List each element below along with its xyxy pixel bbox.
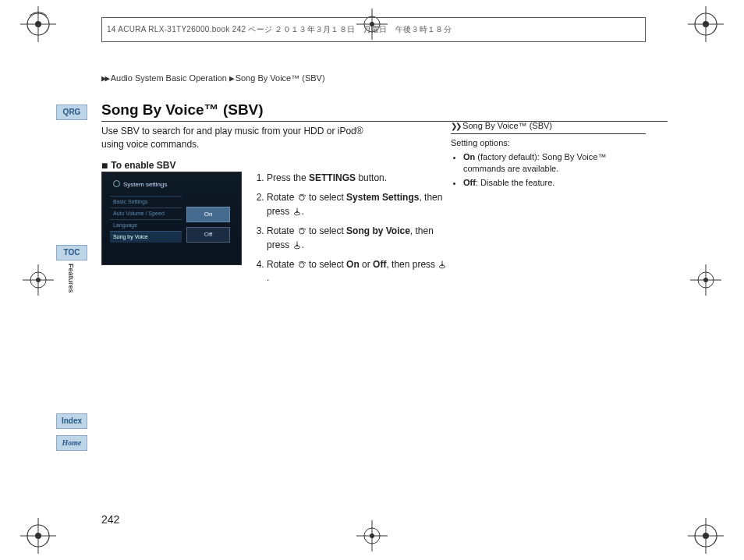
instruction-step: Press the SETTINGS button. bbox=[267, 172, 448, 185]
instruction-step: Rotate to select On or Off, then press . bbox=[267, 258, 448, 285]
svg-point-1 bbox=[35, 21, 41, 27]
page-title-row: Song By Voice™ (SBV) bbox=[101, 101, 668, 122]
svg-point-32 bbox=[299, 196, 304, 200]
push-button-icon bbox=[292, 240, 302, 250]
screenshot-menu: Basic Settings Auto Volume / Speed Langu… bbox=[110, 196, 182, 243]
screenshot-menu-item: Language bbox=[110, 219, 182, 231]
svg-point-4 bbox=[695, 13, 717, 35]
crop-mark-icon bbox=[686, 5, 725, 44]
side-info-title: ❯❯ Song By Voice™ (SBV) bbox=[451, 120, 646, 134]
svg-point-42 bbox=[299, 263, 304, 268]
svg-point-17 bbox=[36, 278, 41, 282]
settings-screenshot: System settings Basic Settings Auto Volu… bbox=[101, 172, 242, 265]
push-button-icon bbox=[438, 260, 447, 269]
breadcrumb-level-2: Song By Voice™ (SBV) bbox=[236, 73, 325, 83]
subheading-text: To enable SBV bbox=[111, 160, 175, 171]
instruction-step: Rotate to select System Settings, then p… bbox=[267, 191, 448, 218]
crop-mark-icon bbox=[19, 5, 58, 44]
side-info-option: On (factory default): Song By Voice™ com… bbox=[463, 151, 646, 175]
nav-index-button[interactable]: Index bbox=[56, 413, 87, 429]
side-info-setting-label: Setting options: bbox=[451, 137, 646, 149]
document-header: 14 ACURA RLX-31TY26000.book 242 ページ ２０１３… bbox=[101, 17, 646, 42]
svg-point-9 bbox=[35, 533, 41, 539]
sidebar-nav: QRG TOC Features Index Home bbox=[56, 105, 90, 126]
crop-mark-icon bbox=[19, 516, 58, 555]
svg-marker-33 bbox=[304, 195, 306, 197]
screenshot-menu-item: Auto Volume / Speed bbox=[110, 207, 182, 219]
crop-mark-icon bbox=[686, 261, 725, 299]
svg-marker-43 bbox=[304, 262, 306, 264]
crop-mark-icon bbox=[19, 261, 58, 299]
side-info-title-text: Song By Voice™ (SBV) bbox=[462, 121, 552, 130]
breadcrumb-sep-icon: ▶ bbox=[229, 73, 233, 83]
screenshot-menu-item: Basic Settings bbox=[110, 196, 182, 207]
svg-point-16 bbox=[30, 272, 46, 288]
breadcrumb: ▶▶ Audio System Basic Operation ▶ Song B… bbox=[101, 73, 325, 83]
push-button-icon bbox=[292, 207, 302, 216]
svg-point-21 bbox=[703, 278, 708, 282]
intro-text: Use SBV to search for and play music fro… bbox=[101, 125, 367, 151]
rotate-dial-icon bbox=[297, 260, 306, 269]
svg-marker-38 bbox=[304, 229, 306, 230]
screenshot-option-on: On bbox=[186, 207, 230, 222]
screenshot-menu-item-active: Song by Voice bbox=[110, 231, 182, 243]
chevron-icon: ❯❯ bbox=[451, 122, 460, 130]
rotate-dial-icon bbox=[297, 226, 306, 236]
svg-point-13 bbox=[703, 533, 709, 539]
page-number: 242 bbox=[101, 513, 119, 526]
svg-point-8 bbox=[27, 525, 49, 547]
section-label: Features bbox=[67, 264, 75, 293]
breadcrumb-sep-icon: ▶▶ bbox=[101, 73, 108, 83]
screenshot-options: On Off bbox=[186, 207, 230, 247]
nav-toc-button[interactable]: TOC bbox=[56, 245, 87, 261]
svg-point-5 bbox=[703, 21, 709, 27]
page-title: Song By Voice™ (SBV) bbox=[101, 101, 668, 122]
svg-point-12 bbox=[695, 525, 717, 547]
svg-point-0 bbox=[27, 13, 49, 35]
svg-point-37 bbox=[299, 229, 304, 234]
instruction-steps: Press the SETTINGS button.Rotate to sele… bbox=[253, 172, 448, 292]
screenshot-option-off: Off bbox=[186, 227, 230, 243]
square-bullet-icon: ■ bbox=[101, 159, 111, 172]
side-info-option: Off: Disable the feature. bbox=[463, 177, 646, 189]
subheading: ■ To enable SBV bbox=[101, 159, 176, 172]
breadcrumb-level-1: Audio System Basic Operation bbox=[111, 73, 227, 83]
screenshot-title: System settings bbox=[113, 180, 167, 188]
document-header-text: 14 ACURA RLX-31TY26000.book 242 ページ ２０１３… bbox=[107, 24, 452, 35]
nav-qrg-button[interactable]: QRG bbox=[56, 105, 87, 120]
side-info-panel: ❯❯ Song By Voice™ (SBV) Setting options:… bbox=[451, 120, 646, 190]
instruction-step: Rotate to select Song by Voice, then pre… bbox=[267, 225, 448, 252]
nav-home-button[interactable]: Home bbox=[56, 435, 87, 451]
crop-mark-icon bbox=[686, 516, 725, 555]
rotate-dial-icon bbox=[297, 193, 306, 202]
svg-point-20 bbox=[698, 272, 714, 288]
